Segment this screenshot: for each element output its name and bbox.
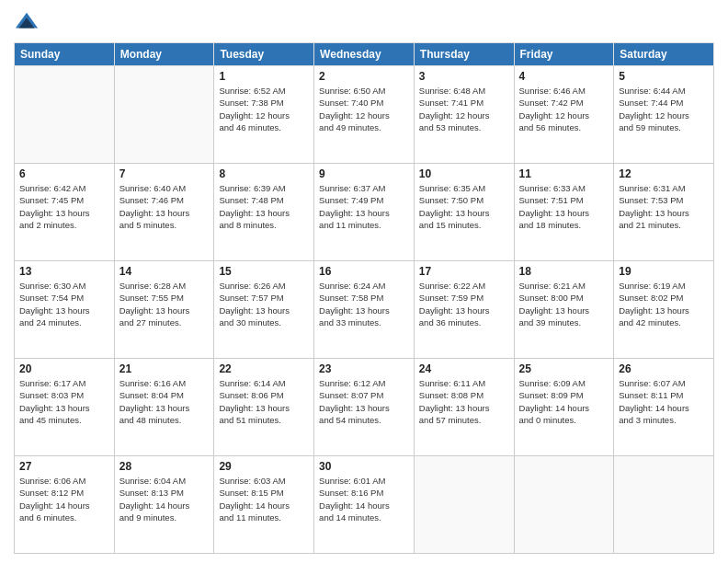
day-number: 27 xyxy=(19,460,109,473)
day-number: 10 xyxy=(419,167,509,180)
day-number: 4 xyxy=(519,70,609,83)
calendar-cell: 23Sunrise: 6:12 AM Sunset: 8:07 PM Dayli… xyxy=(314,359,415,456)
day-info: Sunrise: 6:28 AM Sunset: 7:55 PM Dayligh… xyxy=(119,280,210,328)
day-info: Sunrise: 6:30 AM Sunset: 7:54 PM Dayligh… xyxy=(19,280,109,328)
day-number: 2 xyxy=(319,70,409,83)
day-number: 16 xyxy=(319,265,409,278)
day-number: 8 xyxy=(219,167,309,180)
calendar-cell: 4Sunrise: 6:46 AM Sunset: 7:42 PM Daylig… xyxy=(514,66,614,164)
day-info: Sunrise: 6:26 AM Sunset: 7:57 PM Dayligh… xyxy=(219,280,309,328)
day-number: 20 xyxy=(19,362,109,375)
day-info: Sunrise: 6:42 AM Sunset: 7:45 PM Dayligh… xyxy=(19,182,109,231)
calendar-cell: 6Sunrise: 6:42 AM Sunset: 7:45 PM Daylig… xyxy=(15,164,115,261)
day-number: 3 xyxy=(419,70,509,83)
calendar-cell: 21Sunrise: 6:16 AM Sunset: 8:04 PM Dayli… xyxy=(114,359,214,456)
day-number: 5 xyxy=(619,70,709,83)
day-number: 22 xyxy=(219,362,309,375)
calendar-cell: 26Sunrise: 6:07 AM Sunset: 8:11 PM Dayli… xyxy=(614,359,714,456)
day-info: Sunrise: 6:07 AM Sunset: 8:11 PM Dayligh… xyxy=(619,377,709,426)
day-number: 6 xyxy=(19,167,109,180)
calendar-week-5: 27Sunrise: 6:06 AM Sunset: 8:12 PM Dayli… xyxy=(15,456,714,554)
day-number: 24 xyxy=(419,362,509,375)
calendar-cell: 13Sunrise: 6:30 AM Sunset: 7:54 PM Dayli… xyxy=(15,261,115,359)
calendar-week-3: 13Sunrise: 6:30 AM Sunset: 7:54 PM Dayli… xyxy=(15,261,714,359)
calendar-cell: 24Sunrise: 6:11 AM Sunset: 8:08 PM Dayli… xyxy=(414,359,514,456)
calendar-cell: 18Sunrise: 6:21 AM Sunset: 8:00 PM Dayli… xyxy=(514,261,614,359)
calendar-cell xyxy=(15,66,115,164)
calendar-cell xyxy=(114,66,214,164)
calendar-cell: 20Sunrise: 6:17 AM Sunset: 8:03 PM Dayli… xyxy=(15,359,115,456)
day-number: 7 xyxy=(119,167,210,180)
day-info: Sunrise: 6:12 AM Sunset: 8:07 PM Dayligh… xyxy=(319,377,409,426)
day-number: 18 xyxy=(519,265,609,278)
day-number: 19 xyxy=(619,265,709,278)
calendar-table: SundayMondayTuesdayWednesdayThursdayFrid… xyxy=(14,42,714,554)
day-number: 23 xyxy=(319,362,409,375)
weekday-header-monday: Monday xyxy=(114,43,214,66)
day-info: Sunrise: 6:24 AM Sunset: 7:58 PM Dayligh… xyxy=(319,280,409,328)
day-info: Sunrise: 6:44 AM Sunset: 7:44 PM Dayligh… xyxy=(619,85,709,133)
day-number: 15 xyxy=(219,265,309,278)
day-info: Sunrise: 6:22 AM Sunset: 7:59 PM Dayligh… xyxy=(419,280,509,328)
day-number: 30 xyxy=(319,460,409,473)
header xyxy=(14,9,714,35)
day-number: 21 xyxy=(119,362,210,375)
logo xyxy=(14,9,43,35)
day-info: Sunrise: 6:19 AM Sunset: 8:02 PM Dayligh… xyxy=(619,280,709,328)
calendar-cell: 28Sunrise: 6:04 AM Sunset: 8:13 PM Dayli… xyxy=(114,456,214,554)
day-info: Sunrise: 6:09 AM Sunset: 8:09 PM Dayligh… xyxy=(519,377,609,426)
day-number: 26 xyxy=(619,362,709,375)
day-info: Sunrise: 6:48 AM Sunset: 7:41 PM Dayligh… xyxy=(419,85,509,133)
calendar-cell: 15Sunrise: 6:26 AM Sunset: 7:57 PM Dayli… xyxy=(214,261,314,359)
calendar-cell: 10Sunrise: 6:35 AM Sunset: 7:50 PM Dayli… xyxy=(414,164,514,261)
day-info: Sunrise: 6:01 AM Sunset: 8:16 PM Dayligh… xyxy=(319,475,409,523)
day-number: 29 xyxy=(219,460,309,473)
day-info: Sunrise: 6:40 AM Sunset: 7:46 PM Dayligh… xyxy=(119,182,210,231)
day-info: Sunrise: 6:35 AM Sunset: 7:50 PM Dayligh… xyxy=(419,182,509,231)
weekday-header-tuesday: Tuesday xyxy=(214,43,314,66)
calendar-cell: 22Sunrise: 6:14 AM Sunset: 8:06 PM Dayli… xyxy=(214,359,314,456)
day-number: 12 xyxy=(619,167,709,180)
day-number: 9 xyxy=(319,167,409,180)
calendar-cell: 27Sunrise: 6:06 AM Sunset: 8:12 PM Dayli… xyxy=(15,456,115,554)
calendar-cell: 19Sunrise: 6:19 AM Sunset: 8:02 PM Dayli… xyxy=(614,261,714,359)
calendar-cell: 12Sunrise: 6:31 AM Sunset: 7:53 PM Dayli… xyxy=(614,164,714,261)
weekday-header-wednesday: Wednesday xyxy=(314,43,415,66)
calendar-week-1: 1Sunrise: 6:52 AM Sunset: 7:38 PM Daylig… xyxy=(15,66,714,164)
weekday-header-row: SundayMondayTuesdayWednesdayThursdayFrid… xyxy=(15,43,714,66)
calendar-cell: 11Sunrise: 6:33 AM Sunset: 7:51 PM Dayli… xyxy=(514,164,614,261)
day-number: 14 xyxy=(119,265,210,278)
calendar-cell xyxy=(414,456,514,554)
weekday-header-saturday: Saturday xyxy=(614,43,714,66)
day-number: 1 xyxy=(219,70,309,83)
day-number: 11 xyxy=(519,167,609,180)
calendar-cell: 8Sunrise: 6:39 AM Sunset: 7:48 PM Daylig… xyxy=(214,164,314,261)
day-number: 25 xyxy=(519,362,609,375)
day-number: 13 xyxy=(19,265,109,278)
day-number: 17 xyxy=(419,265,509,278)
weekday-header-sunday: Sunday xyxy=(15,43,115,66)
calendar-cell: 16Sunrise: 6:24 AM Sunset: 7:58 PM Dayli… xyxy=(314,261,415,359)
day-number: 28 xyxy=(119,460,210,473)
calendar-cell xyxy=(514,456,614,554)
day-info: Sunrise: 6:52 AM Sunset: 7:38 PM Dayligh… xyxy=(219,85,309,133)
logo-icon xyxy=(14,9,40,35)
day-info: Sunrise: 6:06 AM Sunset: 8:12 PM Dayligh… xyxy=(19,475,109,523)
calendar-cell: 29Sunrise: 6:03 AM Sunset: 8:15 PM Dayli… xyxy=(214,456,314,554)
calendar-cell: 5Sunrise: 6:44 AM Sunset: 7:44 PM Daylig… xyxy=(614,66,714,164)
calendar-cell: 25Sunrise: 6:09 AM Sunset: 8:09 PM Dayli… xyxy=(514,359,614,456)
day-info: Sunrise: 6:37 AM Sunset: 7:49 PM Dayligh… xyxy=(319,182,409,231)
day-info: Sunrise: 6:46 AM Sunset: 7:42 PM Dayligh… xyxy=(519,85,609,133)
day-info: Sunrise: 6:39 AM Sunset: 7:48 PM Dayligh… xyxy=(219,182,309,231)
calendar-cell: 2Sunrise: 6:50 AM Sunset: 7:40 PM Daylig… xyxy=(314,66,415,164)
day-info: Sunrise: 6:21 AM Sunset: 8:00 PM Dayligh… xyxy=(519,280,609,328)
calendar-cell: 3Sunrise: 6:48 AM Sunset: 7:41 PM Daylig… xyxy=(414,66,514,164)
calendar-week-2: 6Sunrise: 6:42 AM Sunset: 7:45 PM Daylig… xyxy=(15,164,714,261)
day-info: Sunrise: 6:31 AM Sunset: 7:53 PM Dayligh… xyxy=(619,182,709,231)
calendar-week-4: 20Sunrise: 6:17 AM Sunset: 8:03 PM Dayli… xyxy=(15,359,714,456)
day-info: Sunrise: 6:03 AM Sunset: 8:15 PM Dayligh… xyxy=(219,475,309,523)
day-info: Sunrise: 6:04 AM Sunset: 8:13 PM Dayligh… xyxy=(119,475,210,523)
weekday-header-thursday: Thursday xyxy=(414,43,514,66)
calendar-cell: 7Sunrise: 6:40 AM Sunset: 7:46 PM Daylig… xyxy=(114,164,214,261)
calendar-cell xyxy=(614,456,714,554)
